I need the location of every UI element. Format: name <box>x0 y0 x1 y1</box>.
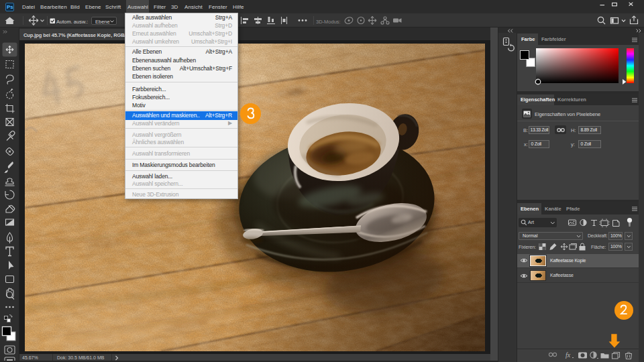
svg-text:fx: fx <box>566 351 571 359</box>
